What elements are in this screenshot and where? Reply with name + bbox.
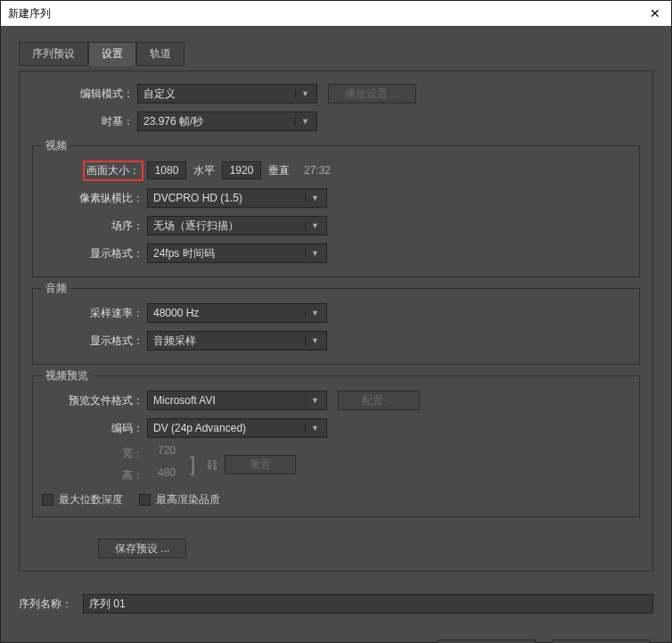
tab-preset[interactable]: 序列预设	[19, 42, 88, 66]
edit-mode-label: 编辑模式：	[32, 87, 137, 102]
pixel-aspect-label: 像素纵横比：	[42, 191, 147, 206]
sequence-name-label: 序列名称：	[19, 597, 83, 612]
tab-settings[interactable]: 设置	[88, 42, 136, 66]
audio-title: 音频	[42, 281, 70, 296]
chevron-down-icon: ▼	[305, 309, 321, 317]
settings-panel: 编辑模式： 自定义 ▼ 播放设置 ... 时基： 23.976 帧/秒 ▼ 视频	[19, 70, 653, 572]
bracket-icon: ]	[186, 453, 199, 476]
frame-size-label: 画面大小：	[42, 161, 147, 181]
chevron-down-icon: ▼	[305, 194, 321, 202]
ok-button[interactable]: 确定	[438, 639, 536, 643]
chevron-down-icon: ▼	[305, 249, 321, 258]
audio-display-format-label: 显示格式：	[42, 334, 147, 349]
aspect-ratio: 27:32	[304, 164, 331, 177]
cancel-button[interactable]: 取消	[552, 639, 650, 643]
chevron-down-icon: ▼	[295, 117, 311, 126]
preview-section: 视频预览 预览文件格式： Microsoft AVI ▼ 配置 ... 编码： …	[32, 375, 640, 517]
timebase-select[interactable]: 23.976 帧/秒 ▼	[137, 111, 317, 131]
preview-height: 480	[147, 466, 186, 484]
save-preset-button[interactable]: 保存预设 ...	[98, 539, 186, 558]
window-title: 新建序列	[8, 6, 51, 21]
reset-button[interactable]: 重置	[225, 455, 296, 474]
tab-tracks[interactable]: 轨道	[136, 42, 184, 66]
video-section: 视频 画面大小： 水平 垂直 27:32 像素纵横比： DVCPRO HD (1…	[32, 145, 640, 277]
fields-label: 场序：	[42, 218, 147, 234]
max-bit-depth-checkbox[interactable]: 最大位数深度	[42, 492, 123, 507]
edit-mode-select[interactable]: 自定义 ▼	[137, 84, 317, 103]
fields-select[interactable]: 无场（逐行扫描） ▼	[147, 216, 327, 235]
video-display-format-label: 显示格式：	[42, 246, 147, 261]
sequence-name-input[interactable]	[83, 594, 653, 614]
checkbox-icon	[139, 494, 151, 506]
preview-width: 720	[147, 444, 186, 462]
horizontal-label: 水平	[193, 163, 215, 178]
max-render-quality-checkbox[interactable]: 最高渲染品质	[139, 492, 220, 507]
chevron-down-icon: ▼	[305, 336, 321, 345]
video-title: 视频	[42, 138, 70, 153]
sample-rate-label: 采样速率：	[42, 306, 147, 321]
preview-file-format-select[interactable]: Microsoft AVI ▼	[147, 391, 327, 410]
frame-width-input[interactable]	[147, 161, 186, 179]
chevron-down-icon: ▼	[305, 221, 321, 230]
chevron-down-icon: ▼	[305, 424, 321, 433]
codec-select[interactable]: DV (24p Advanced) ▼	[147, 418, 327, 438]
preview-title: 视频预览	[42, 368, 92, 383]
link-icon[interactable]: ⛓	[206, 458, 217, 472]
sample-rate-select[interactable]: 48000 Hz ▼	[147, 303, 327, 323]
preview-file-format-label: 预览文件格式：	[42, 393, 147, 408]
preview-height-label: 高：	[42, 468, 147, 483]
tabs: 序列预设 设置 轨道	[19, 42, 653, 66]
vertical-label: 垂直	[268, 163, 290, 178]
audio-display-format-select[interactable]: 音频采样 ▼	[147, 331, 327, 350]
preview-width-label: 宽：	[42, 446, 147, 461]
pixel-aspect-select[interactable]: DVCPRO HD (1.5) ▼	[147, 188, 327, 208]
configure-button[interactable]: 配置 ...	[338, 391, 420, 410]
checkbox-icon	[42, 494, 53, 506]
video-display-format-select[interactable]: 24fps 时间码 ▼	[147, 243, 327, 263]
chevron-down-icon: ▼	[295, 89, 311, 98]
close-icon[interactable]: ✕	[644, 4, 666, 23]
audio-section: 音频 采样速率： 48000 Hz ▼ 显示格式： 音频采样 ▼	[32, 288, 640, 365]
chevron-down-icon: ▼	[305, 396, 321, 405]
frame-height-input[interactable]	[222, 161, 261, 179]
timebase-label: 时基：	[32, 114, 137, 129]
playback-settings-button[interactable]: 播放设置 ...	[328, 84, 416, 103]
codec-label: 编码：	[42, 421, 147, 436]
titlebar: 新建序列 ✕	[1, 1, 671, 26]
